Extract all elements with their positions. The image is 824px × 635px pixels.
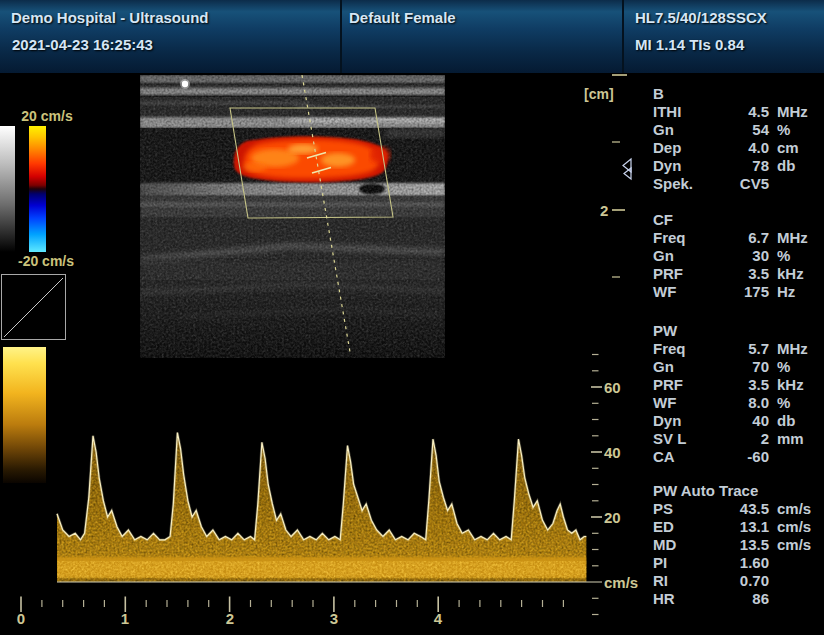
- bmode-display[interactable]: [140, 75, 445, 358]
- velocity-axis-label-60: 60: [604, 379, 621, 396]
- param-row: Dep4.0cm: [653, 139, 821, 157]
- param-row: Freq5.7MHz: [653, 340, 821, 358]
- param-label: ED: [653, 518, 723, 536]
- param-value: 13.5: [723, 536, 769, 554]
- gamma-curve-box: [1, 274, 66, 340]
- param-unit: %: [777, 247, 790, 265]
- param-label: Freq: [653, 340, 723, 358]
- exam-datetime: 2021-04-23 16:25:43: [12, 36, 153, 53]
- param-row: MD13.5cm/s: [653, 536, 821, 554]
- b-params-section: B ITHI4.5MHz Gn54% Dep4.0cm Dyn78db Spek…: [653, 85, 821, 193]
- pw-waveform: [57, 415, 587, 582]
- param-label: Gn: [653, 247, 723, 265]
- param-label: RI: [653, 572, 723, 590]
- section-title-pw-auto-trace: PW Auto Trace: [653, 482, 821, 500]
- param-value: 6.7: [723, 229, 769, 247]
- param-value: 40: [723, 412, 769, 430]
- param-row: Dyn78db: [653, 157, 821, 175]
- param-unit: cm/s: [777, 500, 811, 518]
- param-unit: kHz: [777, 376, 804, 394]
- header-bar: Demo Hospital - Ultrasound 2021-04-23 16…: [0, 0, 824, 74]
- param-value: 70: [723, 358, 769, 376]
- param-unit: MHz: [777, 103, 808, 121]
- grayscale-bar: [0, 126, 15, 252]
- param-unit: Hz: [777, 283, 795, 301]
- param-label: PRF: [653, 376, 723, 394]
- param-row: WF8.0%: [653, 394, 821, 412]
- cf-params-section: CF Freq6.7MHz Gn30% PRF3.5kHz WF175Hz: [653, 211, 821, 301]
- acoustic-indices: MI 1.14 TIs 0.84: [635, 36, 744, 53]
- param-row: PS43.5cm/s: [653, 500, 821, 518]
- depth-2-label: 2: [600, 202, 608, 219]
- param-label: CA: [653, 448, 723, 466]
- param-row: SV L2mm: [653, 430, 821, 448]
- param-unit: %: [777, 121, 790, 139]
- param-label: HR: [653, 590, 723, 608]
- colorbar-max-label: 20 cm/s: [14, 108, 80, 124]
- velocity-axis-label-40: 40: [604, 444, 621, 461]
- param-value: 1.60: [723, 554, 769, 572]
- probe-preset: HL7.5/40/128SSCX: [635, 9, 767, 26]
- patient-type: Default Female: [349, 9, 456, 26]
- param-row: Freq6.7MHz: [653, 229, 821, 247]
- param-value: 43.5: [723, 500, 769, 518]
- param-label: ITHI: [653, 103, 723, 121]
- param-label: Freq: [653, 229, 723, 247]
- param-value: -60: [723, 448, 769, 466]
- param-label: Dep: [653, 139, 723, 157]
- param-unit: %: [777, 394, 790, 412]
- param-value: 86: [723, 590, 769, 608]
- param-value: 3.5: [723, 265, 769, 283]
- param-unit: cm/s: [777, 518, 811, 536]
- param-unit: cm: [777, 139, 799, 157]
- header-divider: [622, 0, 624, 73]
- param-row: PRF3.5kHz: [653, 376, 821, 394]
- param-unit: MHz: [777, 340, 808, 358]
- depth-ruler: [585, 70, 645, 310]
- param-unit: db: [777, 412, 795, 430]
- param-row: ITHI4.5MHz: [653, 103, 821, 121]
- color-doppler-flow: [234, 136, 390, 182]
- param-unit: db: [777, 157, 795, 175]
- param-row: Gn30%: [653, 247, 821, 265]
- orientation-marker-dot: [182, 81, 188, 87]
- velocity-axis-label-20: 20: [604, 509, 621, 526]
- param-value: 30: [723, 247, 769, 265]
- header-divider: [340, 0, 342, 73]
- velocity-unit-label: cm/s: [604, 574, 638, 591]
- param-row: ED13.1cm/s: [653, 518, 821, 536]
- param-value: CV5: [723, 175, 769, 193]
- param-value: 54: [723, 121, 769, 139]
- pw-auto-trace-section: PW Auto Trace PS43.5cm/s ED13.1cm/s MD13…: [653, 482, 821, 608]
- section-title-b: B: [653, 85, 821, 103]
- section-title-cf: CF: [653, 211, 821, 229]
- param-label: MD: [653, 536, 723, 554]
- param-label: PI: [653, 554, 723, 572]
- param-label: Dyn: [653, 412, 723, 430]
- param-label: PS: [653, 500, 723, 518]
- param-unit: %: [777, 358, 790, 376]
- param-value: 175: [723, 283, 769, 301]
- hospital-name: Demo Hospital - Ultrasound: [11, 9, 209, 26]
- param-label: Spek.: [653, 175, 723, 193]
- param-label: Dyn: [653, 157, 723, 175]
- param-row: Spek.CV5: [653, 175, 821, 193]
- param-label: WF: [653, 283, 723, 301]
- colorbar-min-label: -20 cm/s: [10, 253, 82, 269]
- param-value: 3.5: [723, 376, 769, 394]
- bmode-tissue: [140, 75, 445, 358]
- param-unit: kHz: [777, 265, 804, 283]
- param-row: WF175Hz: [653, 283, 821, 301]
- param-value: 13.1: [723, 518, 769, 536]
- param-value: 4.0: [723, 139, 769, 157]
- param-value: 0.70: [723, 572, 769, 590]
- param-row: HR86: [653, 590, 821, 608]
- time-axis-label-3: 3: [330, 610, 338, 627]
- ultrasound-screen: Demo Hospital - Ultrasound 2021-04-23 16…: [0, 0, 824, 635]
- param-row: PRF3.5kHz: [653, 265, 821, 283]
- param-label: SV L: [653, 430, 723, 448]
- param-value: 4.5: [723, 103, 769, 121]
- focus-marker-icon[interactable]: [623, 159, 631, 179]
- gamma-curve: [2, 275, 65, 339]
- param-unit: mm: [777, 430, 804, 448]
